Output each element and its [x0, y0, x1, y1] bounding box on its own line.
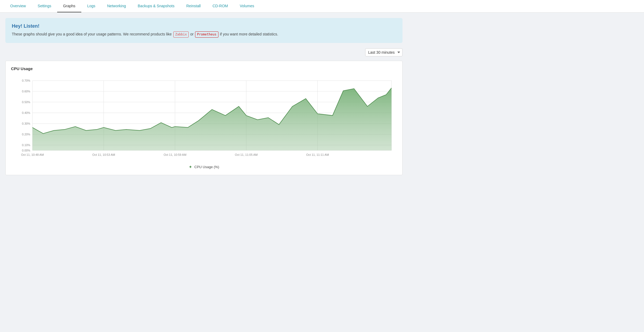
info-text: These graphs should give you a good idea…	[12, 31, 396, 38]
cpu-chart-card: CPU Usage 0.70%	[5, 61, 402, 175]
info-text-middle: or	[190, 32, 195, 36]
cpu-chart-svg: 0.70% 0.60% 0.50% 0.40% 0.30% 0.20% 0.10…	[11, 75, 397, 161]
legend-icon: ✦	[189, 164, 192, 169]
time-range-select[interactable]: Last 30 minutes Last 1 hour Last 6 hours…	[365, 48, 402, 56]
info-heading: Hey! Listen!	[12, 23, 396, 29]
svg-text:0.30%: 0.30%	[22, 122, 30, 125]
tab-networking[interactable]: Networking	[101, 0, 132, 12]
legend-label: CPU Usage (%)	[194, 165, 219, 169]
tab-bar: Overview Settings Graphs Logs Networking…	[0, 0, 644, 13]
toolbar: Last 30 minutes Last 1 hour Last 6 hours…	[5, 48, 402, 56]
svg-text:0.60%: 0.60%	[22, 90, 30, 93]
svg-text:Oct 11, 10:59 AM: Oct 11, 10:59 AM	[164, 153, 186, 156]
badge-prometheus[interactable]: Prometheus	[195, 31, 218, 38]
svg-text:0.70%: 0.70%	[22, 79, 30, 82]
tab-volumes[interactable]: Volumes	[234, 0, 260, 12]
svg-text:0.10%: 0.10%	[22, 143, 30, 147]
chart-legend: ✦ CPU Usage (%)	[11, 164, 397, 169]
info-text-after: if you want more detailed statistics.	[220, 32, 278, 36]
badge-zabbix[interactable]: Zabbix	[173, 31, 189, 38]
svg-text:0.20%: 0.20%	[22, 133, 30, 136]
info-text-before: These graphs should give you a good idea…	[12, 32, 172, 36]
tab-backups-snapshots[interactable]: Backups & Snapshots	[132, 0, 180, 12]
tab-reinstall[interactable]: Reinstall	[180, 0, 207, 12]
tab-cdrom[interactable]: CD-ROM	[207, 0, 234, 12]
svg-text:Oct 11, 11:05 AM: Oct 11, 11:05 AM	[235, 153, 258, 156]
svg-text:0.50%: 0.50%	[22, 100, 30, 104]
svg-marker-22	[32, 88, 391, 151]
tab-settings[interactable]: Settings	[32, 0, 57, 12]
svg-text:Oct 11, 11:11 AM: Oct 11, 11:11 AM	[306, 153, 329, 156]
svg-text:0.40%: 0.40%	[22, 111, 30, 114]
info-banner: Hey! Listen! These graphs should give yo…	[5, 18, 402, 43]
svg-text:Oct 11, 10:48 AM: Oct 11, 10:48 AM	[21, 153, 44, 156]
cpu-chart-area: 0.70% 0.60% 0.50% 0.40% 0.30% 0.20% 0.10…	[11, 75, 397, 161]
svg-text:Oct 11, 10:53 AM: Oct 11, 10:53 AM	[92, 153, 115, 156]
main-content: Hey! Listen! These graphs should give yo…	[0, 13, 408, 186]
tab-overview[interactable]: Overview	[4, 0, 32, 12]
cpu-chart-title: CPU Usage	[11, 66, 397, 71]
tab-logs[interactable]: Logs	[81, 0, 101, 12]
svg-text:0.00%: 0.00%	[22, 149, 30, 152]
tab-graphs[interactable]: Graphs	[57, 0, 81, 12]
